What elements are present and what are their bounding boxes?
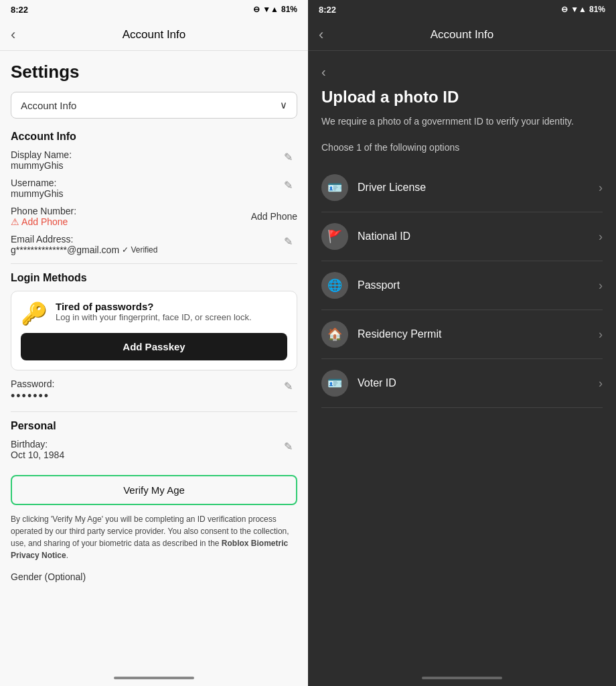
signal-icon: ⊖	[253, 5, 260, 14]
divider-2	[11, 411, 297, 412]
bottom-bar-left	[0, 670, 308, 686]
id-option-passport[interactable]: 🌐 Passport ›	[321, 261, 603, 310]
passkey-icon: 🔑	[21, 301, 48, 326]
residency-permit-icon: 🏠	[321, 321, 348, 348]
username-info: Username: mummyGhis	[11, 178, 64, 199]
display-name-row: Display Name: mummyGhis ✎	[11, 149, 297, 171]
id-options-list: 🪪 Driver License › 🚩 National ID › 🌐 Pas…	[321, 163, 603, 408]
passkey-card: 🔑 Tired of passwords? Log in with your f…	[11, 291, 297, 370]
left-content: Settings Account Info ∨ Account Info Dis…	[0, 51, 308, 670]
add-phone-text[interactable]: Add Phone	[251, 211, 297, 222]
upload-desc: We require a photo of a government ID to…	[321, 115, 603, 129]
email-value: g**************@gmail.com ✓ Verified	[11, 245, 157, 255]
voter-id-label: Voter ID	[358, 377, 396, 389]
add-phone-link[interactable]: ⚠ Add Phone	[11, 216, 76, 227]
back-button-right[interactable]: ‹	[319, 26, 323, 44]
divider-1	[11, 263, 297, 264]
choose-label: Choose 1 of the following options	[321, 142, 603, 153]
chevron-driver-license: ›	[599, 181, 603, 195]
id-option-driver-license[interactable]: 🪪 Driver License ›	[321, 163, 603, 212]
email-info: Email Address: g**************@gmail.com…	[11, 234, 157, 255]
battery-icon: 81%	[281, 5, 297, 14]
account-info-section-title: Account Info	[11, 131, 297, 143]
passkey-top: 🔑 Tired of passwords? Log in with your f…	[21, 301, 287, 326]
driver-license-label: Driver License	[358, 182, 426, 194]
upload-title: Upload a photo ID	[321, 88, 603, 107]
email-row: Email Address: g**************@gmail.com…	[11, 234, 297, 255]
nav-title-right: Account Info	[431, 28, 494, 42]
battery-icon-right: 81%	[589, 5, 605, 14]
edit-email-icon[interactable]: ✎	[284, 235, 297, 249]
edit-username-icon[interactable]: ✎	[284, 179, 297, 192]
chevron-residency-permit: ›	[599, 328, 603, 342]
disclaimer-end: .	[66, 551, 68, 560]
password-row: Password: ••••••• ✎	[11, 379, 297, 403]
password-dots: •••••••	[11, 389, 54, 403]
time-right: 8:22	[319, 5, 336, 15]
left-panel: 8:22 ⊖ ▼▲ 81% ‹ Account Info Settings Ac…	[0, 0, 308, 686]
birthday-info: Birthday: Oct 10, 1984	[11, 439, 64, 460]
edit-password-icon[interactable]: ✎	[284, 380, 297, 393]
residency-permit-label: Residency Permit	[358, 328, 441, 340]
voter-id-icon: 🪪	[321, 370, 348, 397]
login-methods-title: Login Methods	[11, 272, 297, 284]
status-bar-right: 8:22 ⊖ ▼▲ 81%	[308, 0, 616, 19]
gender-label: Gender (Optional)	[11, 571, 86, 582]
id-option-left-passport: 🌐 Passport	[321, 272, 400, 299]
dropdown-chevron: ∨	[280, 99, 287, 111]
id-option-national-id[interactable]: 🚩 National ID ›	[321, 212, 603, 261]
passkey-text: Tired of passwords? Log in with your fin…	[56, 301, 252, 322]
settings-dropdown[interactable]: Account Info ∨	[11, 92, 297, 119]
back-button-left[interactable]: ‹	[11, 26, 15, 44]
password-info: Password: •••••••	[11, 379, 54, 403]
verify-age-button[interactable]: Verify My Age	[11, 475, 297, 505]
birthday-label: Birthday:	[11, 439, 64, 450]
wifi-icon-right: ▼▲	[570, 5, 587, 14]
id-option-voter-id[interactable]: 🪪 Voter ID ›	[321, 359, 603, 408]
display-name-value: mummyGhis	[11, 160, 72, 171]
passport-icon: 🌐	[321, 272, 348, 299]
passkey-desc: Log in with your fingerprint, face ID, o…	[56, 312, 252, 322]
nav-bar-left: ‹ Account Info	[0, 19, 308, 51]
upload-back-button[interactable]: ‹	[321, 64, 326, 80]
dropdown-value: Account Info	[21, 100, 76, 111]
right-content: ‹ Upload a photo ID We require a photo o…	[308, 51, 616, 670]
id-option-left-voter: 🪪 Voter ID	[321, 370, 396, 397]
nav-bar-right: ‹ Account Info	[308, 19, 616, 51]
driver-license-icon: 🪪	[321, 174, 348, 201]
username-value: mummyGhis	[11, 188, 64, 199]
email-address: g**************@gmail.com	[11, 245, 119, 255]
id-option-residency-permit[interactable]: 🏠 Residency Permit ›	[321, 310, 603, 359]
home-indicator-left	[114, 677, 194, 679]
display-name-info: Display Name: mummyGhis	[11, 149, 72, 171]
id-option-left-driver: 🪪 Driver License	[321, 174, 426, 201]
bottom-bar-right	[308, 670, 616, 686]
status-icons-left: ⊖ ▼▲ 81%	[253, 5, 297, 14]
email-label: Email Address:	[11, 234, 157, 245]
id-option-left-residency: 🏠 Residency Permit	[321, 321, 441, 348]
national-id-icon: 🚩	[321, 223, 348, 250]
add-passkey-button[interactable]: Add Passkey	[21, 333, 287, 360]
right-panel: 8:22 ⊖ ▼▲ 81% ‹ Account Info ‹ Upload a …	[308, 0, 616, 686]
login-methods-section: Login Methods 🔑 Tired of passwords? Log …	[11, 272, 297, 403]
edit-display-name-icon[interactable]: ✎	[284, 151, 297, 164]
status-bar-left: 8:22 ⊖ ▼▲ 81%	[0, 0, 308, 19]
phone-label: Phone Number:	[11, 206, 76, 216]
phone-row: Phone Number: ⚠ Add Phone Add Phone	[11, 206, 297, 227]
username-row: Username: mummyGhis ✎	[11, 178, 297, 199]
passport-label: Passport	[358, 279, 400, 291]
password-label: Password:	[11, 379, 54, 389]
status-icons-right: ⊖ ▼▲ 81%	[561, 5, 605, 14]
username-label: Username:	[11, 178, 64, 188]
chevron-voter-id: ›	[599, 376, 603, 391]
chevron-national-id: ›	[599, 230, 603, 244]
signal-icon-right: ⊖	[561, 5, 568, 14]
birthday-row: Birthday: Oct 10, 1984 ✎	[11, 439, 297, 460]
personal-title: Personal	[11, 420, 297, 432]
email-verified-badge: ✓ Verified	[122, 245, 157, 255]
id-option-left-national: 🚩 National ID	[321, 223, 410, 250]
edit-birthday-icon[interactable]: ✎	[284, 440, 297, 454]
phone-info: Phone Number: ⚠ Add Phone	[11, 206, 76, 227]
home-indicator-right	[422, 677, 502, 679]
time-left: 8:22	[11, 5, 28, 15]
